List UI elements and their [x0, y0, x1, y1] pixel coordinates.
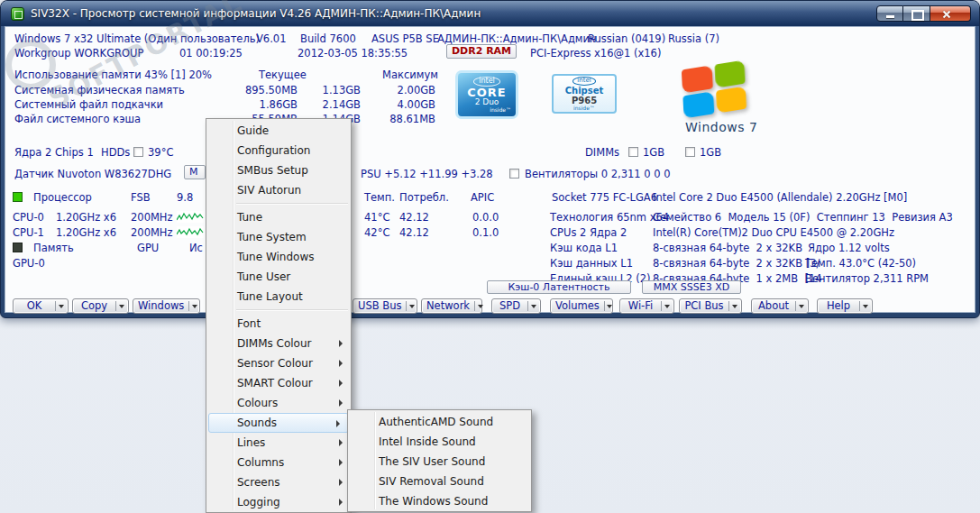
menu-item-tune-windows[interactable]: Tune Windows — [206, 247, 351, 267]
sounds-submenu: AuthenticAMD Sound Intel Inside Sound Th… — [347, 409, 532, 512]
help-button[interactable]: Help — [817, 298, 873, 314]
menu-item-tune[interactable]: Tune — [206, 207, 351, 227]
menu-item-guide[interactable]: Guide — [206, 121, 351, 141]
chevron-down-icon[interactable] — [116, 299, 128, 313]
menu-separator — [206, 307, 351, 314]
chevron-down-icon[interactable] — [860, 299, 872, 313]
windows-button[interactable]: Windows — [133, 298, 200, 314]
submenu-item-siv-removal-sound[interactable]: SIV Removal Sound — [348, 472, 531, 491]
submenu-item-authenticamd-sound[interactable]: AuthenticAMD Sound — [348, 412, 531, 432]
spd-button[interactable]: SPD — [491, 298, 541, 314]
chevron-down-icon[interactable] — [407, 299, 417, 313]
chevron-down-icon[interactable] — [189, 299, 199, 313]
memory-row-label: Файл системного кэша — [14, 113, 141, 125]
menu-item-sensor-colour[interactable]: Sensor Colour — [206, 353, 351, 373]
cpu-temp: 41°C — [364, 211, 389, 224]
memory-value: 2.14GB — [316, 98, 361, 111]
maximize-button[interactable] — [903, 5, 930, 22]
status-led-green — [13, 192, 23, 202]
ddr2-ram-button[interactable]: DDR2 RAM — [446, 44, 517, 59]
menu-separator — [206, 200, 351, 207]
intel-logo: intel — [572, 77, 595, 86]
cpu-info: CPUs 2 Ядра 2 — [550, 226, 627, 239]
pci-bus-button[interactable]: PCI Bus — [679, 298, 742, 314]
cpu-power: 42.12 — [399, 211, 429, 224]
submenu-item-windows-sound[interactable]: The Windows Sound — [348, 491, 531, 511]
menu-item-smart-colour[interactable]: SMART Colour — [206, 373, 351, 393]
chevron-down-icon[interactable] — [729, 299, 741, 313]
network-button[interactable]: Network — [421, 298, 482, 314]
memory-value: 895.50MB — [243, 84, 298, 96]
submenu-item-siv-user-sound[interactable]: The SIV User Sound — [348, 452, 531, 472]
menu-item-sounds[interactable]: Sounds — [208, 413, 349, 433]
menu-item-screens[interactable]: Screens — [206, 472, 351, 492]
gpu-label: GPU — [137, 242, 159, 254]
menu-item-dimms-colour[interactable]: DIMMs Colour — [206, 334, 351, 353]
volumes-button[interactable]: Volumes — [550, 298, 613, 314]
pci-express-info: PCI-Express x16@1 (x16) — [530, 47, 661, 60]
col-power: Потребл. — [399, 191, 449, 204]
cpu-fsb: 200MHz — [131, 226, 173, 239]
menu-item-siv-autorun[interactable]: SIV Autorun — [206, 180, 351, 200]
menu-item-smbus-setup[interactable]: SMBus Setup — [206, 160, 351, 180]
close-button[interactable] — [930, 5, 971, 22]
submenu-item-intel-inside-sound[interactable]: Intel Inside Sound — [348, 432, 531, 452]
chevron-down-icon[interactable] — [528, 299, 540, 313]
wifi-button[interactable]: Wi-Fi — [619, 298, 674, 314]
ok-button[interactable]: OK — [13, 298, 69, 314]
cache-value: 8-связная 64-byte 2 x 32KB [3/ — [653, 257, 820, 270]
cpu-power: 42.12 — [399, 226, 429, 239]
menu-item-logging[interactable]: Logging — [206, 492, 351, 512]
memory-row-name: Память — [33, 242, 74, 254]
cores-chips: Ядра 2 Chips 1 — [14, 146, 94, 159]
copy-button[interactable]: Copy — [72, 298, 129, 314]
hdd-temp-checkbox[interactable] — [133, 147, 143, 157]
sensor-chip: Датчик Nuvoton W83627DHG — [14, 168, 171, 180]
app-icon — [11, 7, 24, 21]
about-button[interactable]: About — [751, 298, 809, 314]
menu-item-configuration[interactable]: Configuration — [206, 141, 351, 160]
dimm1-size: 1GB — [643, 146, 664, 159]
menu-item-colours[interactable]: Colours — [206, 393, 351, 413]
windows7-caption: Windows 7 — [685, 120, 757, 134]
gpu-row-name: GPU-0 — [13, 257, 45, 270]
usb-bus-button[interactable]: USB Bus — [353, 298, 417, 314]
chevron-down-icon[interactable] — [796, 299, 808, 313]
memory-usage: Использование памяти 43% [1] 20% — [14, 69, 212, 81]
menu-item-columns[interactable]: Columns — [206, 453, 351, 472]
cpu-clock: 1.20GHz x6 — [56, 211, 116, 224]
core-voltage: Ядро 1.12 volts — [808, 242, 890, 254]
chevron-down-icon[interactable] — [604, 299, 612, 313]
col-header-current: Текущее — [259, 69, 307, 81]
socket-info: Socket 775 FC-LGA6 — [552, 191, 657, 204]
cache-latency-button[interactable]: Кэш-0 Латентность — [487, 280, 631, 294]
cpu-info: Технология 65nm x64 — [550, 211, 669, 224]
cpu-model: Intel Core 2 Duo E4500 (Allendale) 2.20G… — [653, 191, 907, 204]
chevron-down-icon[interactable] — [662, 299, 673, 313]
intel-core2duo-badge: intel CORE 2 Duo inside™ — [455, 70, 518, 119]
menu-item-tune-user[interactable]: Tune User — [206, 267, 351, 287]
menu-item-tune-system[interactable]: Tune System — [206, 227, 351, 247]
window-title: SIV32X - Просмотр системной информации V… — [31, 7, 481, 20]
minimize-button[interactable] — [876, 5, 903, 22]
cpu-detail: Семейство 6 Модель 15 (0F) Степпинг 13 Р… — [653, 211, 953, 224]
titlebar[interactable]: SIV32X - Просмотр системной информации V… — [1, 1, 979, 26]
intel-logo: intel — [473, 77, 500, 86]
menu-item-font[interactable]: Font — [206, 314, 351, 334]
cpu-row-name: CPU-1 — [13, 226, 44, 239]
mmx-features-button[interactable]: MMX SSSE3 XD — [642, 280, 741, 294]
partial-button[interactable]: М — [184, 165, 206, 179]
chevron-down-icon[interactable] — [56, 299, 68, 313]
dimm1-checkbox[interactable] — [628, 147, 638, 157]
windows7-flag-logo — [682, 60, 746, 119]
menu-item-tune-layout[interactable]: Tune Layout — [206, 287, 351, 307]
col-apic: APIC — [471, 191, 494, 204]
context-menu: Guide Configuration SMBus Setup SIV Auto… — [206, 118, 352, 513]
memory-value: 1.86GB — [243, 98, 298, 111]
memory-value: 4.00GB — [378, 98, 435, 111]
dimm2-checkbox[interactable] — [685, 147, 695, 157]
chevron-down-icon[interactable] — [475, 299, 481, 313]
fans-checkbox[interactable] — [509, 169, 519, 179]
memory-row-label: Системная физическая память — [14, 84, 185, 96]
menu-item-lines[interactable]: Lines — [206, 433, 351, 453]
